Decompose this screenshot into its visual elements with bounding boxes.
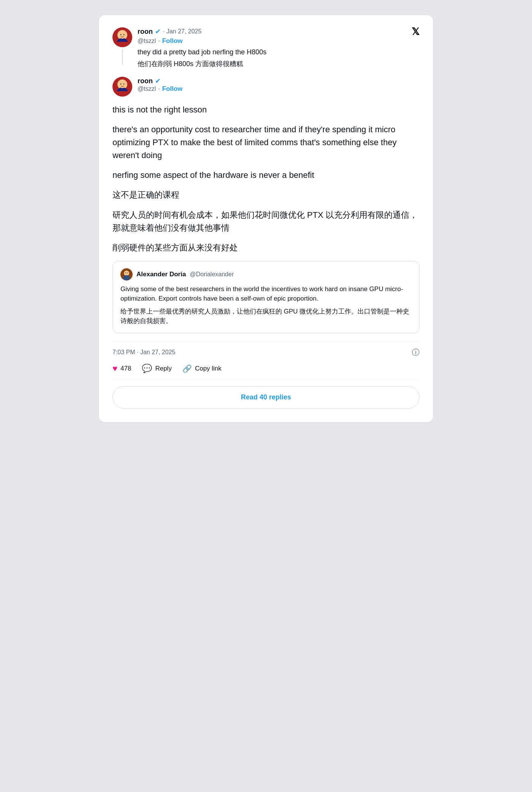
- main-avatar-image: [112, 77, 132, 97]
- main-para1-cn: 这不是正确的课程: [112, 188, 420, 201]
- parent-follow-button[interactable]: Follow: [162, 37, 183, 45]
- main-para3-cn: 削弱硬件的某些方面从来没有好处: [112, 241, 420, 254]
- parent-tweet-text-en: they did a pretty bad job nerfing the H8…: [138, 47, 420, 57]
- svg-rect-7: [112, 42, 132, 43]
- main-para3-en: nerfing some aspect of the hardware is n…: [112, 169, 420, 182]
- tweet-footer: 7:03 PM · Jan 27, 2025 ⓘ ♥ 478 💬 Reply 🔗…: [112, 341, 420, 422]
- svg-point-11: [119, 81, 126, 88]
- main-avatar[interactable]: [112, 77, 132, 97]
- reply-label: Reply: [155, 365, 171, 372]
- main-follow-button[interactable]: Follow: [162, 85, 183, 93]
- reply-action[interactable]: 💬 Reply: [142, 364, 171, 374]
- parent-tweet-text-cn: 他们在削弱 H800s 方面做得很糟糕: [138, 59, 420, 69]
- tweet-card: 𝕏: [99, 15, 433, 422]
- quoted-text-cn: 给予世界上一些最优秀的研究人员激励，让他们在疯狂的 GPU 微优化上努力工作。出…: [120, 307, 412, 326]
- main-tweet: roon ✔ @tszzl · Follow this is not the r…: [112, 77, 420, 422]
- main-para1-en: this is not the right lesson: [112, 103, 420, 116]
- copy-link-action[interactable]: 🔗 Copy link: [182, 364, 222, 373]
- actions-line: ♥ 478 💬 Reply 🔗 Copy link: [112, 364, 420, 380]
- like-count: 478: [120, 365, 131, 372]
- svg-point-18: [125, 272, 126, 273]
- main-username[interactable]: roon: [138, 77, 153, 85]
- main-para2-en: there's an opportunity cost to researche…: [112, 123, 420, 162]
- parent-verified-icon: ✔: [155, 27, 161, 36]
- copy-link-label: Copy link: [195, 365, 222, 372]
- quoted-avatar-image: [120, 268, 133, 280]
- svg-point-4: [120, 34, 122, 35]
- main-verified-icon: ✔: [155, 77, 161, 85]
- parent-date: · Jan 27, 2025: [163, 28, 201, 35]
- svg-point-5: [124, 34, 125, 35]
- svg-point-13: [124, 84, 125, 85]
- info-icon[interactable]: ⓘ: [412, 347, 420, 358]
- parent-avatar-col: [112, 27, 132, 65]
- timestamp: 7:03 PM · Jan 27, 2025: [112, 349, 175, 356]
- parent-handle-follow: @tszzl · Follow: [138, 37, 420, 45]
- parent-handle[interactable]: @tszzl: [138, 38, 156, 44]
- parent-tweet-content: roon ✔ · Jan 27, 2025 @tszzl · Follow th…: [138, 27, 420, 69]
- link-icon: 🔗: [182, 364, 192, 373]
- svg-point-19: [127, 272, 128, 273]
- svg-point-12: [120, 84, 122, 85]
- thread-line: [122, 49, 123, 65]
- main-tweet-header: roon ✔ @tszzl · Follow: [112, 77, 420, 97]
- like-action[interactable]: ♥ 478: [112, 364, 131, 374]
- main-dot: ·: [158, 86, 160, 92]
- quoted-tweet-header: Alexander Doria @Dorialexander: [120, 268, 412, 280]
- x-logo-icon[interactable]: 𝕏: [412, 26, 420, 38]
- parent-avatar-image: [112, 27, 132, 47]
- parent-avatar[interactable]: [112, 27, 132, 47]
- main-para2-cn: 研究人员的时间有机会成本，如果他们花时间微优化 PTX 以充分利用有限的通信，那…: [112, 209, 420, 234]
- svg-rect-14: [112, 91, 132, 97]
- quoted-handle[interactable]: @Dorialexander: [190, 271, 234, 278]
- timestamp-line: 7:03 PM · Jan 27, 2025 ⓘ: [112, 347, 420, 358]
- svg-point-16: [124, 271, 129, 276]
- parent-dot: ·: [158, 38, 160, 44]
- parent-tweet: roon ✔ · Jan 27, 2025 @tszzl · Follow th…: [112, 27, 420, 69]
- main-handle-line: @tszzl · Follow: [138, 85, 183, 93]
- heart-icon: ♥: [112, 364, 117, 374]
- main-user-info: roon ✔ @tszzl · Follow: [138, 77, 183, 93]
- parent-username[interactable]: roon: [138, 28, 153, 36]
- parent-user-line: roon ✔ · Jan 27, 2025: [138, 27, 420, 36]
- main-tweet-body: this is not the right lesson there's an …: [112, 103, 420, 333]
- svg-point-17: [123, 275, 130, 280]
- quoted-username[interactable]: Alexander Doria: [136, 271, 186, 278]
- main-handle[interactable]: @tszzl: [138, 86, 156, 92]
- main-user-line: roon ✔: [138, 77, 183, 85]
- read-replies-button[interactable]: Read 40 replies: [112, 386, 420, 409]
- quoted-text-en: Giving some of the best researchers in t…: [120, 284, 412, 304]
- quoted-tweet-box[interactable]: Alexander Doria @Dorialexander Giving so…: [112, 261, 420, 333]
- reply-bubble-icon: 💬: [142, 364, 152, 374]
- svg-point-3: [119, 31, 126, 39]
- quoted-avatar: [120, 268, 133, 280]
